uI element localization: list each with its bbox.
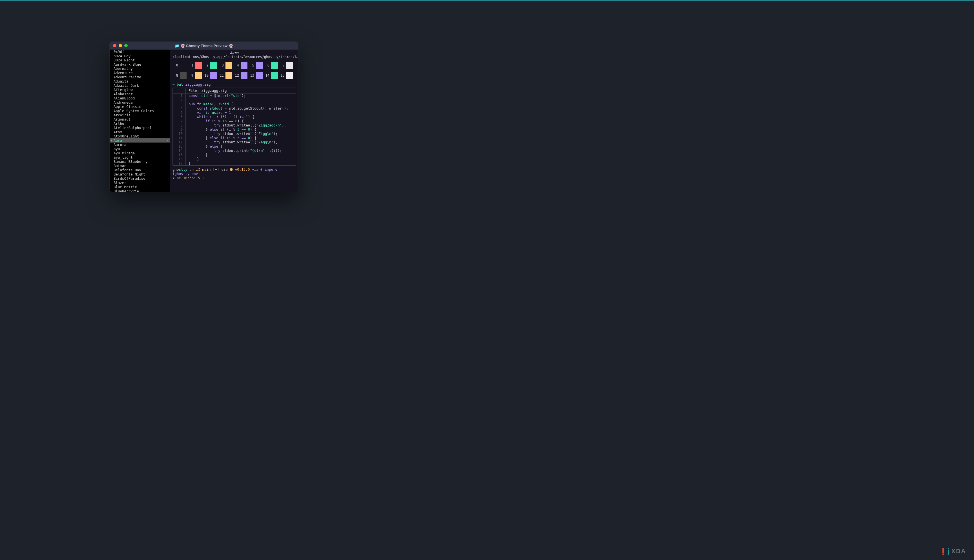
code-line: 3pub fn main() !void { (173, 102, 296, 106)
theme-item[interactable]: Aurora (110, 143, 170, 147)
prompt-arrow-icon: → (202, 176, 204, 180)
theme-item[interactable]: Adventure (110, 71, 170, 75)
code-line: 14 try stdout.print("{d}\n", .{i}); (173, 148, 296, 153)
color-swatch: 5 (250, 62, 265, 69)
color-swatch: 1 (189, 62, 204, 69)
theme-item[interactable]: Ayu Mirage (110, 151, 170, 155)
code-line: 2 (173, 98, 296, 102)
color-swatch: 12 (235, 72, 250, 79)
theme-item[interactable]: AlienBlood (110, 96, 170, 100)
theme-item[interactable]: Blue Matrix (110, 185, 170, 189)
window-body: 0x96f3024 Day3024 NightAardvark BlueAber… (110, 50, 298, 192)
titlebar[interactable]: 📁 👻 Ghostty Theme Preview 👻 (110, 42, 298, 50)
theme-item[interactable]: Apple System Colors (110, 109, 170, 113)
color-swatch: 15 (280, 72, 295, 79)
code-line: 5 var i: usize = 1; (173, 110, 296, 115)
theme-item[interactable]: Afterglow (110, 88, 170, 92)
xda-logo-icon (942, 548, 949, 555)
theme-item[interactable]: ayu_light (110, 155, 170, 160)
star-icon: ✦ (172, 176, 175, 180)
theme-item[interactable]: Belafonte Day (110, 168, 170, 172)
theme-item[interactable]: Aura (110, 138, 170, 143)
shell-status-line: ghostty on ⎇ main [+] via ⬢ v0.13.0 via … (172, 167, 296, 180)
theme-item[interactable]: ayu (110, 147, 170, 151)
code-line: 1const std = @import("std"); (173, 93, 296, 98)
theme-item[interactable]: Banana Blueberry (110, 160, 170, 164)
theme-item[interactable]: Andromeda (110, 100, 170, 105)
theme-name: Aura (172, 51, 296, 55)
code-line: 10 try stdout.writeAll("Zigg\n"); (173, 132, 296, 136)
theme-item[interactable]: Aardvark Blue (110, 62, 170, 67)
xda-watermark: XDA (942, 548, 966, 555)
code-line: 17} (173, 161, 296, 165)
theme-item[interactable]: Batman (110, 164, 170, 168)
color-swatch: 4 (235, 62, 250, 69)
color-swatch: 10 (204, 72, 219, 79)
app-window: 📁 👻 Ghostty Theme Preview 👻 0x96f3024 Da… (110, 42, 298, 192)
svg-rect-2 (948, 550, 949, 555)
color-swatch: 0 (173, 62, 189, 69)
svg-rect-1 (942, 553, 944, 555)
snowflake-icon: ❄ (260, 167, 263, 172)
theme-path: /Applications/Ghostty.app/Contents/Resou… (172, 55, 296, 59)
theme-item[interactable]: Adwaita (110, 79, 170, 83)
prompt-arrow-icon: → (172, 82, 175, 87)
color-swatch: 13 (250, 72, 265, 79)
theme-preview-pane: Aura /Applications/Ghostty.app/Contents/… (170, 50, 298, 192)
theme-item[interactable]: AdventureTime (110, 75, 170, 79)
theme-item[interactable]: 3024 Night (110, 58, 170, 62)
code-line: 12 try stdout.writeAll("Zagg\n"); (173, 140, 296, 144)
theme-item[interactable]: BlueBerryPie (110, 189, 170, 192)
color-swatch: 2 (204, 62, 219, 69)
code-preview: . File: ziggzagg.zig 1const std = @impor… (172, 88, 296, 166)
theme-item[interactable]: Abernathy (110, 67, 170, 71)
command-line: → bat ziggzagg.zig (172, 82, 296, 87)
command-name: bat (177, 82, 183, 87)
code-line: 4 const stdout = std.io.getStdOut().writ… (173, 106, 296, 110)
theme-list[interactable]: 0x96f3024 Day3024 NightAardvark BlueAber… (110, 50, 170, 192)
code-line: 8 try stdout.writeAll("ZiggZagg\n"); (173, 123, 296, 127)
svg-rect-3 (948, 548, 949, 549)
color-swatch: 8 (173, 72, 189, 79)
command-arg: ziggzagg.zig (185, 82, 210, 87)
color-swatch: 7 (280, 62, 295, 69)
code-line: 13 } else { (173, 144, 296, 148)
theme-item[interactable]: AtelierSulphurpool (110, 126, 170, 130)
theme-item[interactable]: Atom (110, 130, 170, 134)
theme-item[interactable]: Argonaut (110, 117, 170, 122)
folder-icon: 📁 (175, 44, 179, 48)
theme-item[interactable]: Adwaita Dark (110, 83, 170, 88)
theme-item[interactable]: Arthur (110, 122, 170, 126)
code-line: 9 } else if (i % 3 == 0) { (173, 127, 296, 132)
hex-icon: ⬢ (230, 167, 233, 172)
code-line: 7 if (i % 15 == 0) { (173, 119, 296, 123)
color-palette: 0123456789101112131415 (172, 62, 296, 79)
theme-item[interactable]: Belafonte Night (110, 172, 170, 176)
color-swatch: 6 (265, 62, 280, 69)
window-title: 📁 👻 Ghostty Theme Preview 👻 (110, 44, 298, 48)
theme-item[interactable]: arcoiris (110, 113, 170, 117)
theme-item[interactable]: Blazer (110, 180, 170, 185)
code-line: 11 } else if (i % 5 == 0) { (173, 136, 296, 140)
theme-item[interactable]: 0x96f (110, 50, 170, 54)
theme-item[interactable]: BirdsOfParadise (110, 176, 170, 180)
color-swatch: 11 (219, 72, 235, 79)
color-swatch: 3 (219, 62, 235, 69)
code-line: 6 while (i ≤ 16) : (i += 1) { (173, 115, 296, 119)
color-swatch: 9 (189, 72, 204, 79)
theme-item[interactable]: AtomOneLight (110, 134, 170, 138)
file-header: File: ziggzagg.zig (186, 88, 227, 93)
branch-icon: ⎇ (196, 167, 200, 172)
code-line: 15 } (173, 153, 296, 157)
theme-item[interactable]: 3024 Day (110, 54, 170, 58)
code-line: 16 } (173, 157, 296, 161)
theme-item[interactable]: Apple Classic (110, 105, 170, 109)
svg-rect-0 (942, 548, 944, 553)
theme-item[interactable]: Alabaster (110, 92, 170, 96)
color-swatch: 14 (265, 72, 280, 79)
